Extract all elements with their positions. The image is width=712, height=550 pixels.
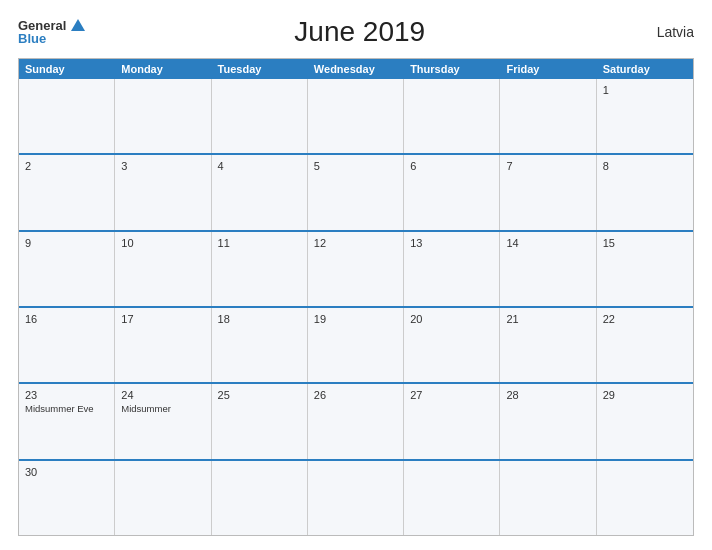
calendar-day: [115, 79, 211, 153]
calendar-day: 2: [19, 155, 115, 229]
calendar-day: 13: [404, 232, 500, 306]
day-number: 23: [25, 389, 108, 401]
day-number: 1: [603, 84, 687, 96]
day-number: 27: [410, 389, 493, 401]
day-number: 7: [506, 160, 589, 172]
calendar-week-5: 23Midsummer Eve24Midsummer2526272829: [19, 382, 693, 458]
day-number: 14: [506, 237, 589, 249]
day-number: 24: [121, 389, 204, 401]
calendar-day: [212, 461, 308, 535]
day-number: 12: [314, 237, 397, 249]
calendar-day: 16: [19, 308, 115, 382]
country-label: Latvia: [634, 24, 694, 40]
page: General Blue June 2019 Latvia SundayMond…: [0, 0, 712, 550]
calendar-day: 27: [404, 384, 500, 458]
calendar-day: 24Midsummer: [115, 384, 211, 458]
weekday-header-saturday: Saturday: [597, 59, 693, 79]
calendar: SundayMondayTuesdayWednesdayThursdayFrid…: [18, 58, 694, 536]
calendar-day: 11: [212, 232, 308, 306]
calendar-day: [212, 79, 308, 153]
day-number: 22: [603, 313, 687, 325]
day-number: 19: [314, 313, 397, 325]
calendar-day: [308, 79, 404, 153]
calendar-day: [308, 461, 404, 535]
day-number: 30: [25, 466, 108, 478]
day-event: Midsummer: [121, 403, 204, 415]
day-number: 15: [603, 237, 687, 249]
day-number: 17: [121, 313, 204, 325]
day-number: 13: [410, 237, 493, 249]
calendar-day: 6: [404, 155, 500, 229]
calendar-week-2: 2345678: [19, 153, 693, 229]
calendar-week-1: 1: [19, 79, 693, 153]
calendar-day: 17: [115, 308, 211, 382]
calendar-day: 18: [212, 308, 308, 382]
calendar-day: 10: [115, 232, 211, 306]
calendar-day: [19, 79, 115, 153]
day-number: 26: [314, 389, 397, 401]
day-number: 16: [25, 313, 108, 325]
calendar-day: 23Midsummer Eve: [19, 384, 115, 458]
weekday-header-sunday: Sunday: [19, 59, 115, 79]
calendar-day: 4: [212, 155, 308, 229]
day-number: 2: [25, 160, 108, 172]
calendar-day: 22: [597, 308, 693, 382]
day-number: 11: [218, 237, 301, 249]
calendar-day: [115, 461, 211, 535]
day-number: 6: [410, 160, 493, 172]
calendar-day: [500, 461, 596, 535]
calendar-day: 26: [308, 384, 404, 458]
logo-triangle-icon: [71, 19, 85, 31]
logo-blue-text: Blue: [18, 32, 85, 45]
header: General Blue June 2019 Latvia: [18, 16, 694, 48]
calendar-week-4: 16171819202122: [19, 306, 693, 382]
day-number: 9: [25, 237, 108, 249]
day-number: 21: [506, 313, 589, 325]
calendar-day: [597, 461, 693, 535]
weekday-header-wednesday: Wednesday: [308, 59, 404, 79]
calendar-day: 5: [308, 155, 404, 229]
day-number: 5: [314, 160, 397, 172]
day-number: 10: [121, 237, 204, 249]
day-number: 28: [506, 389, 589, 401]
calendar-header: SundayMondayTuesdayWednesdayThursdayFrid…: [19, 59, 693, 79]
calendar-week-6: 30: [19, 459, 693, 535]
calendar-title: June 2019: [85, 16, 634, 48]
calendar-day: 20: [404, 308, 500, 382]
calendar-day: [404, 461, 500, 535]
day-number: 20: [410, 313, 493, 325]
weekday-header-friday: Friday: [500, 59, 596, 79]
day-number: 29: [603, 389, 687, 401]
day-number: 4: [218, 160, 301, 172]
calendar-day: 30: [19, 461, 115, 535]
calendar-day: 29: [597, 384, 693, 458]
calendar-day: [404, 79, 500, 153]
calendar-day: [500, 79, 596, 153]
day-number: 8: [603, 160, 687, 172]
calendar-day: 15: [597, 232, 693, 306]
calendar-week-3: 9101112131415: [19, 230, 693, 306]
calendar-day: 12: [308, 232, 404, 306]
calendar-day: 21: [500, 308, 596, 382]
logo: General Blue: [18, 19, 85, 45]
weekday-header-tuesday: Tuesday: [212, 59, 308, 79]
day-event: Midsummer Eve: [25, 403, 108, 415]
calendar-body: 1234567891011121314151617181920212223Mid…: [19, 79, 693, 535]
calendar-day: 25: [212, 384, 308, 458]
day-number: 18: [218, 313, 301, 325]
weekday-header-monday: Monday: [115, 59, 211, 79]
calendar-day: 9: [19, 232, 115, 306]
calendar-day: 19: [308, 308, 404, 382]
calendar-day: 7: [500, 155, 596, 229]
calendar-day: 8: [597, 155, 693, 229]
calendar-day: 1: [597, 79, 693, 153]
day-number: 25: [218, 389, 301, 401]
weekday-header-thursday: Thursday: [404, 59, 500, 79]
calendar-day: 28: [500, 384, 596, 458]
calendar-day: 14: [500, 232, 596, 306]
day-number: 3: [121, 160, 204, 172]
calendar-day: 3: [115, 155, 211, 229]
